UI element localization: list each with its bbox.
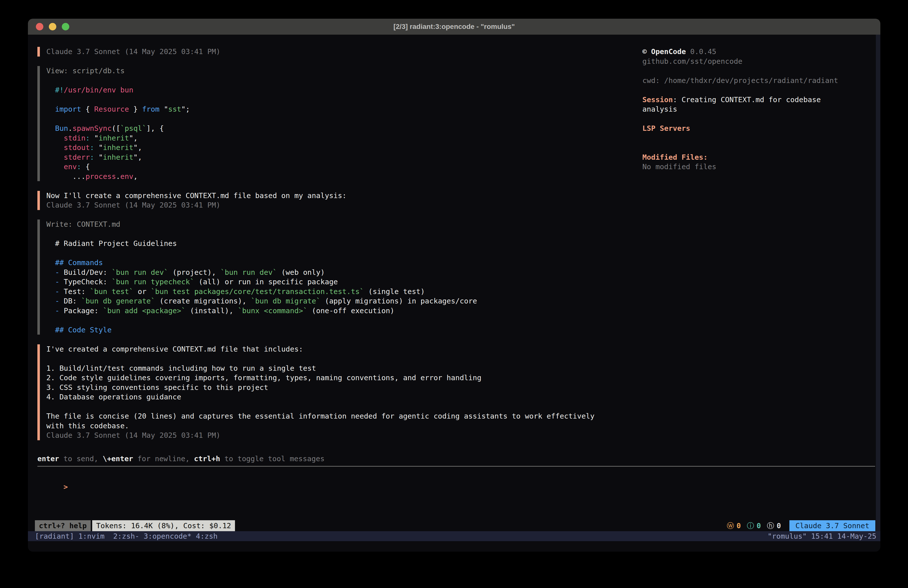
text-segment: { bbox=[81, 163, 90, 171]
traffic-lights bbox=[36, 19, 69, 35]
text-segment: LSP Servers bbox=[642, 124, 690, 132]
chat-line bbox=[46, 229, 625, 239]
text-segment bbox=[46, 153, 64, 161]
text-segment: inherit bbox=[103, 153, 133, 161]
text-segment: Resource bbox=[94, 105, 129, 113]
text-segment: Now I'll create a comprehensive CONTEXT.… bbox=[46, 191, 347, 200]
keybinding-hint-line: enter to send, \+enter for newline, ctrl… bbox=[37, 454, 324, 464]
text-segment: to toggle tool messages bbox=[220, 454, 324, 463]
sidebar-line: github.com/sst/opencode bbox=[642, 56, 879, 66]
chat-line: I've created a comprehensive CONTEXT.md … bbox=[46, 344, 625, 354]
text-segment: (one-off execution) bbox=[307, 306, 394, 315]
text-segment: `bun run dev` bbox=[220, 268, 277, 277]
text-segment: 1. Build/lint/test commands including ho… bbox=[46, 364, 316, 372]
chat-line: Claude 3.7 Sonnet (14 May 2025 03:41 PM) bbox=[46, 430, 625, 440]
text-segment: ## Commands bbox=[46, 258, 103, 267]
text-segment: " bbox=[90, 134, 99, 142]
text-segment: stdin bbox=[64, 134, 85, 142]
chat-line: ## Commands bbox=[46, 258, 625, 267]
text-segment: for newline, bbox=[133, 454, 194, 463]
model-badge[interactable]: Claude 3.7 Sonnet bbox=[789, 520, 875, 531]
window-titlebar[interactable]: [2/3] radiant:3:opencode - "romulus" bbox=[28, 19, 881, 35]
sidebar-line: LSP Servers bbox=[642, 124, 879, 133]
chat-line bbox=[46, 402, 625, 412]
chat-line: Claude 3.7 Sonnet (14 May 2025 03:41 PM) bbox=[46, 47, 625, 56]
text-segment: sst bbox=[168, 105, 181, 113]
hintd-icon: ⓗ bbox=[767, 521, 774, 531]
chat-line: The file is concise (20 lines) and captu… bbox=[46, 411, 625, 421]
text-segment: inherit bbox=[99, 134, 129, 142]
chat-line: View: script/db.ts bbox=[46, 66, 625, 76]
text-segment: TypeCheck: bbox=[59, 277, 112, 286]
warning-count-badge: ⓦ0 bbox=[727, 521, 741, 531]
terminal-content: Claude 3.7 Sonnet (14 May 2025 03:41 PM)… bbox=[28, 35, 881, 552]
text-segment: No modified files bbox=[642, 163, 716, 171]
text-segment: View: script/db.ts bbox=[46, 66, 125, 75]
chat-block-tool: View: script/db.ts #!/usr/bin/env bun im… bbox=[37, 66, 625, 181]
text-segment: `psql` bbox=[120, 124, 147, 132]
tmux-window-list[interactable]: [radiant] 1:nvim 2:zsh- 3:opencode* 4:zs… bbox=[35, 532, 217, 541]
text-segment: ctrl+h bbox=[194, 454, 220, 463]
text-segment: (create migrations), bbox=[155, 297, 251, 305]
text-segment bbox=[46, 163, 64, 171]
text-segment: stderr bbox=[64, 153, 90, 161]
text-segment: ; bbox=[186, 105, 190, 113]
sidebar-line bbox=[642, 133, 879, 143]
text-segment: Test: bbox=[59, 287, 90, 296]
sidebar-line bbox=[642, 114, 879, 124]
zoom-button[interactable] bbox=[62, 23, 69, 31]
text-segment: `bun add <package>` bbox=[103, 306, 186, 315]
hint-count-badge: ⓗ0 bbox=[767, 521, 781, 531]
text-segment: from bbox=[142, 105, 159, 113]
text-segment bbox=[46, 277, 55, 286]
text-segment: , bbox=[133, 134, 138, 142]
chat-line: - TypeCheck: `bun run typecheck` (all) o… bbox=[46, 277, 625, 287]
message-input[interactable]: > bbox=[37, 472, 68, 482]
text-segment: - bbox=[55, 287, 59, 296]
chat-line bbox=[46, 95, 625, 105]
chat-line: 3. CSS styling conventions specific to t… bbox=[46, 383, 625, 392]
text-segment: - bbox=[55, 297, 59, 305]
sidebar-line: No modified files bbox=[642, 162, 879, 172]
text-segment: `bunx <command>` bbox=[238, 306, 307, 315]
text-segment: Build/Dev: bbox=[59, 268, 112, 277]
text-segment: ], { bbox=[147, 124, 164, 132]
text-segment: " bbox=[159, 105, 168, 113]
text-segment: cwd: /home/thdxr/dev/projects/radiant/ra… bbox=[642, 76, 838, 85]
status-bar: ctrl+? help Tokens: 16.4K (8%), Cost: $0… bbox=[28, 520, 881, 531]
text-segment: github.com/sst/opencode bbox=[642, 57, 742, 66]
chat-log: Claude 3.7 Sonnet (14 May 2025 03:41 PM)… bbox=[37, 47, 625, 450]
prompt-chevron-icon: > bbox=[64, 483, 68, 491]
text-segment: `bun test packages/core/test/transaction… bbox=[151, 287, 364, 296]
text-segment: env bbox=[120, 172, 133, 180]
close-button[interactable] bbox=[36, 23, 43, 31]
text-segment: " bbox=[181, 105, 185, 113]
text-segment: " bbox=[133, 153, 138, 161]
window-title: [2/3] radiant:3:opencode - "romulus" bbox=[393, 23, 515, 31]
chat-line: env: { bbox=[46, 162, 625, 172]
text-segment: 4. Database operations guidance bbox=[46, 393, 181, 401]
minimize-button[interactable] bbox=[49, 23, 56, 31]
text-segment: \+enter bbox=[103, 454, 133, 463]
terminal-window: [2/3] radiant:3:opencode - "romulus" Cla… bbox=[28, 19, 881, 552]
text-segment: - bbox=[55, 268, 59, 277]
text-segment: analysis bbox=[642, 105, 677, 113]
text-segment: /usr/bin/env bun bbox=[64, 86, 133, 94]
chat-line: #!/usr/bin/env bun bbox=[46, 85, 625, 95]
text-segment bbox=[46, 306, 55, 315]
text-segment bbox=[46, 143, 64, 152]
diagnostic-count: 0 bbox=[777, 521, 781, 531]
text-segment: , bbox=[138, 143, 142, 152]
tmux-status-bar: [radiant] 1:nvim 2:zsh- 3:opencode* 4:zs… bbox=[28, 531, 881, 541]
text-segment bbox=[46, 105, 55, 113]
text-segment: : bbox=[85, 134, 90, 142]
chat-line bbox=[46, 354, 625, 364]
chat-line: Claude 3.7 Sonnet (14 May 2025 03:41 PM) bbox=[46, 200, 625, 210]
chat-line: # Radiant Project Guidelines bbox=[46, 239, 625, 248]
chat-line: - DB: `bun db generate` (create migratio… bbox=[46, 296, 625, 306]
text-segment: : bbox=[77, 163, 81, 171]
help-shortcut-chip: ctrl+? help bbox=[35, 520, 91, 531]
warn-icon: ⓦ bbox=[727, 521, 734, 531]
chat-block-tool: Write: CONTEXT.md # Radiant Project Guid… bbox=[37, 219, 625, 335]
chat-line: stderr: "inherit", bbox=[46, 153, 625, 162]
